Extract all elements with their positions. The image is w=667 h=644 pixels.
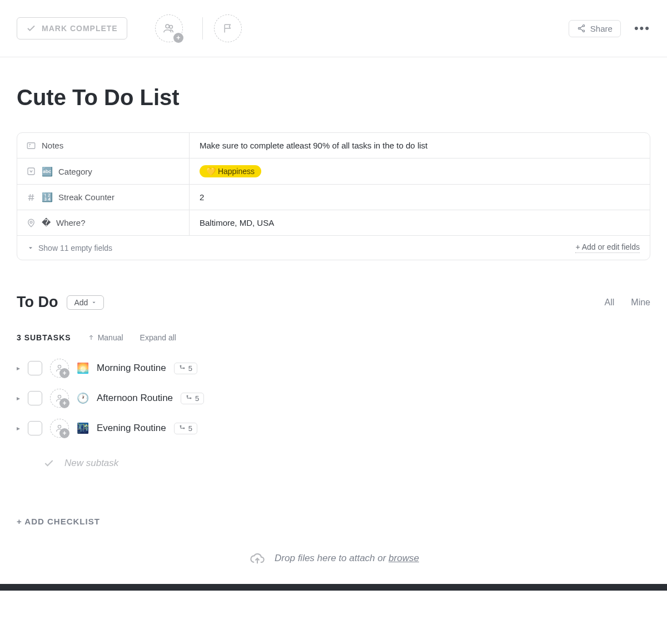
- task-emoji: 🕐: [77, 392, 89, 404]
- task-checkbox[interactable]: [28, 421, 42, 435]
- check-icon: [26, 23, 36, 33]
- field-row-where: � Where? Baltimore, MD, USA: [17, 210, 650, 236]
- count-value: 5: [195, 394, 199, 403]
- chevron-right-icon[interactable]: ▸: [17, 364, 20, 372]
- filter-mine[interactable]: Mine: [631, 298, 650, 308]
- share-button[interactable]: Share: [569, 20, 621, 37]
- assignee-button[interactable]: +: [50, 359, 69, 378]
- top-bar: MARK COMPLETE + Share •••: [0, 0, 667, 57]
- field-label[interactable]: � Where?: [17, 210, 190, 235]
- field-row-notes: Notes Make sure to complete atleast 90% …: [17, 133, 650, 158]
- new-subtask-row: [16, 449, 651, 478]
- fields-box: Notes Make sure to complete atleast 90% …: [17, 132, 650, 260]
- share-icon: [577, 24, 586, 33]
- mark-complete-button[interactable]: MARK COMPLETE: [17, 17, 127, 39]
- caret-down-icon: [27, 245, 34, 251]
- section-title: To Do: [17, 294, 58, 311]
- subtask-bar: 3 SUBTASKS Manual Expand all: [0, 316, 667, 353]
- show-empty-fields-button[interactable]: Show 11 empty fields: [27, 244, 112, 252]
- task-emoji: 🌅: [77, 362, 89, 374]
- plus-badge-icon: +: [59, 368, 69, 378]
- subtask-count-badge[interactable]: 5: [174, 363, 197, 374]
- location-icon: [26, 218, 36, 228]
- field-row-streak: 🔢 Streak Counter 2: [17, 185, 650, 210]
- task-checkbox[interactable]: [28, 391, 42, 405]
- field-label[interactable]: Notes: [17, 133, 190, 158]
- field-name: Where?: [56, 218, 86, 227]
- show-empty-label: Show 11 empty fields: [38, 244, 112, 252]
- field-value[interactable]: Baltimore, MD, USA: [190, 210, 650, 235]
- field-value[interactable]: 💛 Happiness: [190, 158, 650, 184]
- svg-point-0: [166, 24, 169, 28]
- check-icon: [43, 458, 54, 469]
- count-value: 5: [188, 424, 192, 433]
- arrow-up-icon: [88, 334, 94, 341]
- count-value: 5: [188, 364, 192, 373]
- plus-badge-icon: +: [59, 398, 69, 408]
- filter-all[interactable]: All: [605, 298, 615, 308]
- svg-point-8: [58, 365, 61, 368]
- divider: [202, 17, 203, 39]
- add-button[interactable]: Add: [67, 295, 104, 310]
- page-title[interactable]: Cute To Do List: [0, 57, 667, 132]
- fields-footer: Show 11 empty fields + Add or edit field…: [17, 236, 650, 260]
- browse-link[interactable]: browse: [389, 553, 419, 563]
- add-label: Add: [74, 298, 88, 307]
- expand-all-button[interactable]: Expand all: [140, 333, 176, 342]
- share-label: Share: [590, 24, 613, 33]
- add-edit-fields-button[interactable]: + Add or edit fields: [575, 242, 640, 253]
- field-label[interactable]: 🔢 Streak Counter: [17, 185, 190, 210]
- task-row: ▸ + 🌃 Evening Routine 5: [0, 413, 667, 443]
- section-header: To Do Add All Mine: [0, 260, 667, 316]
- field-name: Category: [58, 167, 92, 176]
- drop-zone[interactable]: Drop files here to attach or browse: [0, 537, 667, 584]
- task-list: ▸ + 🌅 Morning Routine 5 ▸ + 🕐 Afternoon …: [0, 353, 667, 443]
- field-emoji: 🔤: [42, 166, 53, 177]
- new-subtask-input[interactable]: [64, 458, 624, 469]
- subtask-count-badge[interactable]: 5: [174, 423, 197, 434]
- bottom-strip: [0, 584, 667, 591]
- dropdown-icon: [26, 166, 36, 176]
- subtask-icon: [179, 365, 186, 371]
- svg-point-14: [58, 425, 61, 428]
- svg-point-1: [170, 26, 173, 29]
- svg-point-11: [58, 395, 61, 398]
- field-name: Notes: [42, 141, 63, 150]
- svg-rect-6: [28, 168, 34, 175]
- field-emoji: �: [42, 217, 51, 228]
- field-label[interactable]: 🔤 Category: [17, 158, 190, 184]
- task-row: ▸ + 🕐 Afternoon Routine 5: [0, 383, 667, 413]
- plus-badge-icon: +: [173, 33, 183, 43]
- assignee-button[interactable]: +: [50, 389, 69, 408]
- mark-complete-label: MARK COMPLETE: [42, 24, 118, 33]
- field-value[interactable]: Make sure to complete atleast 90% of all…: [190, 133, 650, 158]
- manual-label: Manual: [98, 333, 123, 342]
- field-emoji: 🔢: [42, 192, 53, 202]
- chevron-right-icon[interactable]: ▸: [17, 394, 20, 402]
- assignee-button[interactable]: +: [50, 419, 69, 438]
- sort-manual-button[interactable]: Manual: [88, 333, 123, 342]
- svg-rect-5: [27, 142, 35, 148]
- field-value[interactable]: 2: [190, 185, 650, 210]
- task-title[interactable]: Morning Routine: [97, 363, 166, 374]
- text-icon: [26, 141, 36, 151]
- hash-icon: [26, 192, 36, 202]
- task-emoji: 🌃: [77, 422, 89, 434]
- add-checklist-button[interactable]: + ADD CHECKLIST: [0, 478, 667, 537]
- category-tag: 💛 Happiness: [200, 165, 261, 177]
- task-title[interactable]: Afternoon Routine: [97, 393, 173, 404]
- subtask-count: 3 SUBTASKS: [17, 333, 71, 342]
- chevron-right-icon[interactable]: ▸: [17, 424, 20, 432]
- caret-down-icon: [91, 300, 97, 305]
- task-title[interactable]: Evening Routine: [97, 423, 166, 434]
- field-name: Streak Counter: [58, 192, 115, 202]
- subtask-count-badge[interactable]: 5: [181, 393, 204, 404]
- plus-badge-icon: +: [59, 428, 69, 438]
- priority-button[interactable]: [214, 14, 242, 42]
- more-button[interactable]: •••: [634, 21, 650, 36]
- task-checkbox[interactable]: [28, 361, 42, 375]
- filter-tabs: All Mine: [605, 298, 650, 308]
- people-icon: [163, 22, 175, 34]
- assignees-button[interactable]: +: [155, 14, 183, 42]
- task-row: ▸ + 🌅 Morning Routine 5: [0, 353, 667, 383]
